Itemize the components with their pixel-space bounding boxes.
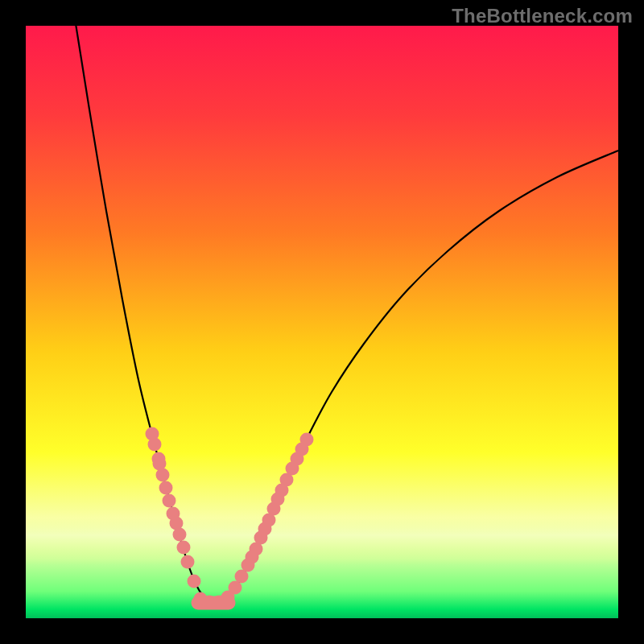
bead bbox=[163, 494, 176, 508]
plot-area bbox=[26, 26, 618, 618]
bead bbox=[159, 481, 173, 495]
bead bbox=[177, 541, 191, 555]
watermark-text: TheBottleneck.com bbox=[452, 5, 633, 27]
bead bbox=[156, 469, 170, 482]
highlight-band bbox=[26, 506, 618, 565]
bead bbox=[148, 438, 162, 452]
bottleneck-chart bbox=[26, 26, 618, 618]
bead bbox=[181, 555, 195, 569]
bead bbox=[173, 528, 187, 542]
bead bbox=[300, 433, 314, 447]
bead bbox=[188, 575, 201, 588]
chart-frame: TheBottleneck.com bbox=[0, 0, 644, 644]
